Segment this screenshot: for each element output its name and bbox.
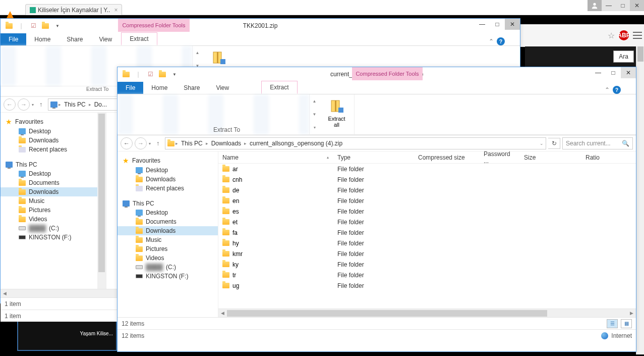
new-folder-icon[interactable] <box>40 20 51 31</box>
back-button[interactable]: ← <box>121 137 133 149</box>
help-icon[interactable]: ? <box>497 37 505 45</box>
nav-pictures[interactable]: Pictures <box>1 206 106 215</box>
list-item[interactable]: enFile folder <box>218 195 636 206</box>
properties-icon[interactable]: ☑ <box>28 20 39 31</box>
gallery-down-icon[interactable]: ▼ <box>310 108 319 121</box>
qat-dropdown-icon[interactable]: ▼ <box>169 69 180 80</box>
tab-extract[interactable]: Extract <box>121 32 157 45</box>
gallery-up-icon[interactable]: ▲ <box>310 94 319 108</box>
nav-music[interactable]: Music <box>118 235 218 244</box>
nav-music[interactable]: Music <box>1 196 106 206</box>
adblock-icon[interactable]: ABP <box>619 30 629 40</box>
nav-favourites[interactable]: ★Favourites <box>118 156 218 166</box>
ribbon-collapse-icon[interactable]: ⌃ <box>489 38 494 45</box>
column-headers[interactable]: Name▴ Type Compressed size Password ... … <box>218 151 636 164</box>
crumb-downloads[interactable]: Do... <box>92 100 109 109</box>
breadcrumb[interactable]: ▸ This PC ▸ Downloads ▸ current_allsongs… <box>165 137 546 149</box>
nav-downloads2[interactable]: Downloads <box>1 187 106 196</box>
col-size[interactable]: Size <box>520 154 581 161</box>
browser-scrollbar[interactable] <box>636 46 644 354</box>
nav-desktop2[interactable]: Desktop <box>118 208 218 217</box>
nav-recent[interactable]: Recent places <box>1 145 106 154</box>
nav-kingston[interactable]: KINGSTON (F:) <box>118 272 218 281</box>
tab-extract[interactable]: Extract <box>261 81 297 94</box>
crumb-thispc[interactable]: This PC <box>179 139 205 148</box>
list-item[interactable]: deFile folder <box>218 185 636 195</box>
maximize-button[interactable]: □ <box>606 67 621 78</box>
properties-icon[interactable]: ☑ <box>145 69 156 80</box>
details-view-button[interactable]: ☰ <box>607 319 618 328</box>
titlebar[interactable]: | ☑ ▼ TKK2001.zip — □ ✕ <box>1 19 520 33</box>
ribbon-collapse-icon[interactable]: ⌃ <box>605 86 610 93</box>
nav-thispc[interactable]: This PC <box>118 199 218 208</box>
nav-localdisk[interactable]: ████(C:) <box>118 263 218 272</box>
tab-file[interactable]: File <box>1 33 26 45</box>
nav-pictures[interactable]: Pictures <box>118 244 218 253</box>
minimize-button[interactable]: — <box>602 0 616 11</box>
nav-desktop[interactable]: Desktop <box>1 127 106 136</box>
up-button[interactable]: ↑ <box>153 138 163 148</box>
tab-view[interactable]: View <box>91 33 120 45</box>
col-type[interactable]: Type <box>333 154 414 161</box>
list-item[interactable]: hyFile folder <box>218 238 636 248</box>
crumb-downloads[interactable]: Downloads <box>209 139 243 148</box>
navigation-pane[interactable]: ★Favourites Desktop Downloads Recent pla… <box>1 113 106 289</box>
browser-menu-icon[interactable] <box>633 32 642 39</box>
list-item[interactable]: etFile folder <box>218 217 636 227</box>
tab-view[interactable]: View <box>208 82 237 94</box>
nav-downloads2[interactable]: Downloads <box>118 226 218 235</box>
tab-share[interactable]: Share <box>58 33 91 45</box>
tab-share[interactable]: Share <box>175 82 208 94</box>
list-item[interactable]: trFile folder <box>218 270 636 280</box>
col-name[interactable]: Name▴ <box>218 154 333 161</box>
up-button[interactable]: ↑ <box>36 99 46 110</box>
nav-videos[interactable]: Videos <box>1 215 106 224</box>
list-item[interactable]: arFile folder <box>218 164 636 174</box>
close-button[interactable]: ✕ <box>630 0 644 11</box>
list-item[interactable]: kmrFile folder <box>218 248 636 259</box>
nav-favourites[interactable]: ★Favourites <box>1 117 106 127</box>
nav-downloads[interactable]: Downloads <box>1 136 106 145</box>
icons-view-button[interactable]: ▦ <box>621 319 632 328</box>
forward-button[interactable]: → <box>135 137 147 149</box>
minimize-button[interactable]: — <box>475 19 490 30</box>
tab-home[interactable]: Home <box>26 33 58 45</box>
minimize-button[interactable]: — <box>591 67 606 78</box>
tab-home[interactable]: Home <box>143 82 175 94</box>
qat-dropdown-icon[interactable]: ▼ <box>52 20 63 31</box>
search-input[interactable]: Search current...🔍 <box>562 137 633 149</box>
forward-button[interactable]: → <box>18 98 30 111</box>
refresh-button[interactable]: ↻ <box>548 138 560 149</box>
extract-all-button[interactable] <box>206 48 230 68</box>
nav-downloads[interactable]: Downloads <box>118 175 218 184</box>
file-list[interactable]: arFile foldercnhFile folderdeFile folder… <box>218 164 636 309</box>
col-ratio[interactable]: Ratio <box>581 154 612 161</box>
navigation-pane[interactable]: ★Favourites Desktop Downloads Recent pla… <box>118 151 218 317</box>
gallery-up-icon[interactable]: ▲ <box>193 46 202 59</box>
nav-documents[interactable]: Documents <box>118 217 218 226</box>
bookmark-star-icon[interactable]: ☆ <box>608 31 615 40</box>
nav-documents[interactable]: Documents <box>1 178 106 187</box>
nav-thispc[interactable]: This PC <box>1 160 106 169</box>
maximize-button[interactable]: □ <box>490 19 505 30</box>
col-password[interactable]: Password ... <box>480 151 520 165</box>
nav-scrollbar[interactable] <box>97 113 106 289</box>
close-button[interactable]: ✕ <box>621 67 636 78</box>
content-hscrollbar[interactable]: ◀▶ <box>218 309 636 317</box>
back-button[interactable]: ← <box>4 98 16 111</box>
nav-videos[interactable]: Videos <box>118 253 218 263</box>
history-dropdown-icon[interactable]: ▾ <box>32 103 34 107</box>
nav-desktop2[interactable]: Desktop <box>1 169 106 178</box>
close-button[interactable]: ✕ <box>505 19 520 30</box>
user-account-button[interactable] <box>588 0 602 11</box>
crumb-thispc[interactable]: This PC <box>62 100 88 109</box>
nav-desktop[interactable]: Desktop <box>118 166 218 175</box>
maximize-button[interactable]: □ <box>616 0 630 11</box>
nav-localdisk[interactable]: ████(C:) <box>1 224 106 233</box>
list-item[interactable]: ugFile folder <box>218 280 636 291</box>
col-compressed-size[interactable]: Compressed size <box>414 154 480 161</box>
list-item[interactable]: cnhFile folder <box>218 174 636 185</box>
list-item[interactable]: faFile folder <box>218 227 636 238</box>
help-icon[interactable]: ? <box>613 86 621 94</box>
ara-button[interactable]: Ara <box>613 50 634 63</box>
